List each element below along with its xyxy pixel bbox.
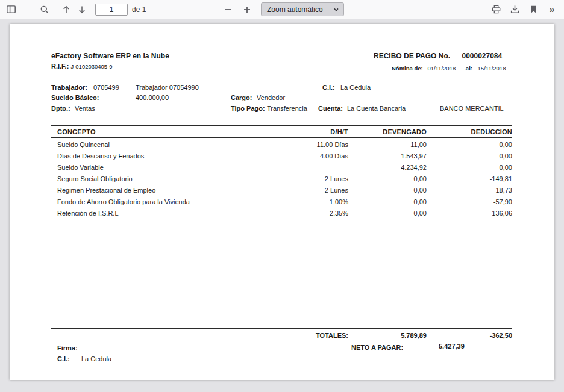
dpto-value: Ventas [75, 105, 95, 112]
zoom-out-button[interactable] [220, 2, 236, 17]
table-row: Fondo de Ahorro Obligatorio para la Vivi… [51, 196, 512, 207]
nomina-row: Nómina de: 01/11/2018 al: 15/11/2018 [392, 65, 506, 72]
row-concepto: Días de Descanso y Feriados [51, 152, 288, 160]
row-dht: 2 Lunes [288, 175, 348, 182]
row-deduccion: -18,73 [427, 187, 512, 194]
table-row: Retención de I.S.R.L 2.35% 0,00 -136,06 [51, 207, 512, 219]
row-deduccion: 0,00 [427, 152, 512, 160]
table-row: Días de Descanso y Feriados 4.00 Días 1.… [51, 150, 512, 161]
minus-icon [223, 5, 233, 14]
sueldo-basico-label: Sueldo Básico: [51, 94, 99, 101]
header-devengado: DEVENGADO [348, 128, 427, 135]
row-concepto: Sueldo Variable [51, 164, 288, 171]
next-page-button[interactable] [74, 2, 90, 17]
sidebar-toggle-button[interactable] [3, 2, 19, 17]
sidebar-toggle-icon [6, 4, 16, 14]
trabajador-name: Trabajador 07054990 [136, 84, 199, 91]
zoom-select-value: Zoom automático [267, 5, 323, 14]
table-row: Sueldo Variable 4.234,92 0,00 [51, 161, 512, 173]
dpto-label: Dpto.: [51, 105, 70, 112]
tipo-pago-value: Transferencia [267, 105, 307, 112]
banco-name: BANCO MERCANTIL [440, 105, 504, 112]
double-chevron-right-icon: » [550, 5, 555, 14]
zoom-select[interactable]: Zoom automático [261, 2, 344, 16]
row-deduccion: -136,06 [427, 210, 512, 217]
pdf-page: eFactory Software ERP en la Nube R.I.F.:… [10, 24, 554, 380]
previous-page-button[interactable] [58, 2, 74, 17]
row-dht: 11.00 Días [288, 141, 348, 148]
row-dht: 2.35% [288, 210, 348, 217]
row-devengado: 0,00 [348, 198, 427, 205]
row-devengado: 11,00 [348, 141, 427, 148]
pdf-viewer-area[interactable]: eFactory Software ERP en la Nube R.I.F.:… [0, 19, 564, 392]
footer-ci-label: C.I.: [57, 355, 70, 362]
neto-a-pagar-label: NETO A PAGAR: [351, 344, 403, 351]
company-name: eFactory Software ERP en la Nube [51, 52, 169, 60]
row-devengado: 0,00 [348, 175, 427, 182]
row-devengado: 4.234,92 [348, 164, 427, 171]
rif-value: J-0102030405-9 [70, 63, 112, 70]
row-devengado: 0,00 [348, 187, 427, 194]
row-concepto: Fondo de Ahorro Obligatorio para la Vivi… [51, 198, 288, 205]
trabajador-label: Trabajador: [51, 84, 87, 91]
table-row: Regimen Prestacional de Empleo 2 Lunes 0… [51, 184, 512, 196]
row-deduccion: -149,81 [427, 175, 512, 182]
row-deduccion: 0,00 [427, 164, 512, 171]
search-icon [40, 5, 49, 14]
row-concepto: Seguro Social Obligatorio [51, 175, 288, 182]
concepts-table: CONCEPTO D/H/T DEVENGADO DEDUCCION Sueld… [51, 125, 512, 219]
plus-icon [242, 5, 252, 14]
bookmark-button[interactable] [525, 2, 541, 17]
table-row: Sueldo Quincenal 11.00 Días 11,00 0,00 [51, 138, 512, 150]
page-count-label: de 1 [132, 5, 146, 14]
bookmark-icon [529, 5, 538, 14]
rif-label: R.I.F.: [51, 63, 69, 70]
header-dht: D/H/T [288, 128, 348, 135]
nomina-label: Nómina de: [392, 65, 423, 72]
neto-a-pagar-value: 5.427,39 [439, 343, 465, 350]
row-deduccion: -57,90 [427, 198, 512, 205]
row-dht: 2 Lunes [288, 187, 348, 194]
save-button[interactable] [507, 2, 522, 17]
firma-label: Firma: [57, 344, 78, 352]
trabajador-code: 0705499 [93, 84, 119, 91]
chevron-down-icon [333, 7, 339, 13]
row-dht: 1.00% [288, 198, 348, 205]
cargo-label: Cargo: [231, 94, 252, 101]
table-row: Seguro Social Obligatorio 2 Lunes 0,00 -… [51, 173, 512, 184]
receipt-number: 0000027084 [462, 52, 502, 60]
cargo-value: Vendedor [257, 94, 285, 101]
toolbar-center-group: Zoom automático [220, 2, 344, 17]
row-concepto: Sueldo Quincenal [51, 141, 288, 148]
row-devengado: 1.543,97 [348, 152, 427, 160]
ci-value: La Cedula [340, 84, 371, 91]
tipo-pago-label: Tipo Pago: [231, 105, 265, 112]
page-number-input[interactable] [95, 4, 128, 16]
row-dht: 4.00 Días [288, 152, 348, 160]
nomina-from-date: 01/11/2018 [427, 65, 456, 72]
row-concepto: Retención de I.S.R.L [51, 210, 288, 217]
toolbar-right-group: » [488, 2, 564, 17]
print-button[interactable] [488, 2, 504, 17]
pdf-toolbar: de 1 Zoom automático » [0, 0, 564, 19]
arrow-down-icon [77, 5, 87, 14]
cuenta-label: Cuenta: [318, 105, 343, 112]
find-button[interactable] [37, 2, 52, 17]
sueldo-basico-value: 400.000,00 [136, 94, 169, 101]
toolbar-left-group: de 1 [0, 2, 146, 17]
download-icon [510, 4, 520, 14]
footer-ci-value: La Cedula [81, 355, 111, 362]
more-tools-button[interactable]: » [544, 2, 560, 17]
ci-label: C.I.: [322, 84, 335, 91]
receipt-title: RECIBO DE PAGO No. [374, 52, 450, 60]
arrow-up-icon [61, 5, 71, 14]
totales-label: TOTALES: [51, 332, 348, 339]
signature-line [84, 345, 213, 352]
zoom-in-button[interactable] [239, 2, 255, 17]
print-icon [491, 4, 501, 14]
header-concepto: CONCEPTO [51, 128, 288, 135]
totales-deduccion: -362,50 [427, 332, 512, 339]
nomina-to-date: 15/11/2018 [478, 65, 506, 72]
cuenta-value: La Cuenta Bancaria [347, 105, 406, 112]
totals-row: TOTALES: 5.789,89 -362,50 [51, 329, 512, 341]
